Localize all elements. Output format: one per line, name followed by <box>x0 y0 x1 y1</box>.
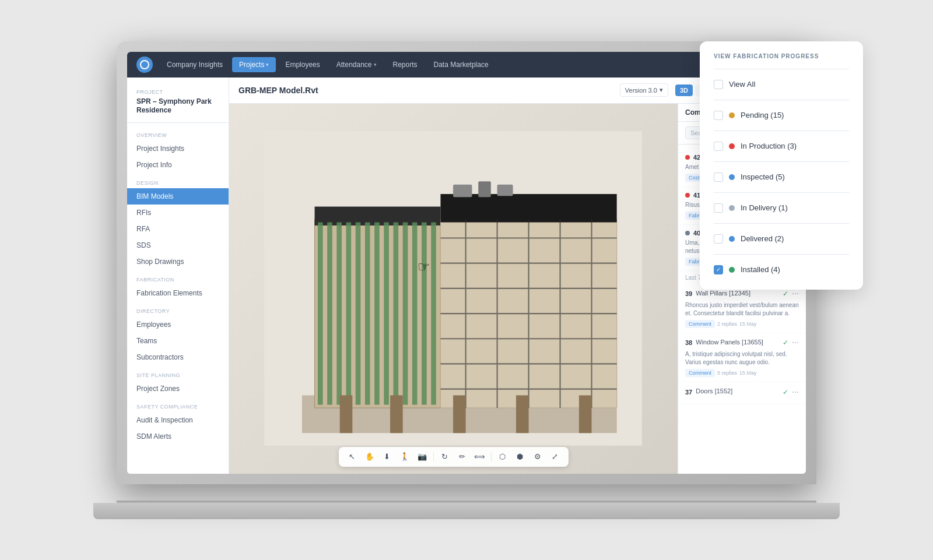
comment-dot-40 <box>685 231 690 235</box>
section-label-safety: SAFETY COMPLIANCE <box>127 399 229 412</box>
sidebar-item-project-info[interactable]: Project Info <box>127 157 229 173</box>
sidebar-item-fabrication-elements[interactable]: Fabrication Elements <box>127 285 229 301</box>
toolbar-layers-icon[interactable]: ⬢ <box>514 450 527 463</box>
view-3d-button[interactable]: 3D <box>675 84 693 96</box>
svg-rect-38 <box>516 396 529 434</box>
svg-rect-35 <box>340 396 353 434</box>
comment-num-37: 37 <box>685 389 692 396</box>
toolbar-divider-1 <box>433 452 434 462</box>
sidebar-item-sdm-alerts[interactable]: SDM Alerts <box>127 428 229 445</box>
comment-item-39[interactable]: 39 Wall Pillars [12345] ✓ ⋯ Rhoncus just… <box>678 284 806 333</box>
fab-checkbox-pending[interactable] <box>714 111 723 120</box>
comment-tag-39: Comment <box>685 320 715 328</box>
fab-item-pending[interactable]: Pending (15) <box>714 107 849 124</box>
fab-checkbox-inspected[interactable] <box>714 172 723 182</box>
svg-rect-14 <box>412 223 418 405</box>
toolbar-person-icon[interactable]: 🚶 <box>398 450 411 463</box>
svg-rect-7 <box>346 223 352 405</box>
comment-title-39: Wall Pillars [12345] <box>696 289 750 297</box>
sidebar-section-site-planning: SITE PLANNING Project Zones <box>127 368 229 397</box>
comment-date-39: 15 May <box>739 321 757 327</box>
section-label-overview: OVERVIEW <box>127 128 229 140</box>
svg-rect-10 <box>375 223 380 405</box>
nav-item-reports[interactable]: Reports <box>386 57 425 72</box>
svg-rect-6 <box>337 223 342 405</box>
toolbar-pencil-icon[interactable]: ✏ <box>456 450 469 463</box>
comment-number-line-38: 38 Window Panels [13655] ✓ ⋯ <box>685 338 799 348</box>
svg-rect-4 <box>318 223 323 405</box>
viewer-3d[interactable]: ☞ ↖ ✋ ⬇ 🚶 📷 ↻ <box>229 104 678 474</box>
divider-top <box>714 69 849 69</box>
fab-item-in-delivery[interactable]: In Delivery (1) <box>714 200 849 216</box>
comment-num-39: 39 <box>685 290 692 297</box>
sidebar-item-rfis[interactable]: RFIs <box>127 205 229 221</box>
sidebar-item-audit[interactable]: Audit & Inspection <box>127 412 229 428</box>
fab-item-view-all[interactable]: View All <box>714 76 849 93</box>
nav-item-projects[interactable]: Projects ▾ <box>232 57 276 72</box>
projects-chevron-icon: ▾ <box>266 62 269 68</box>
toolbar-fullscreen-icon[interactable]: ⤢ <box>549 450 562 463</box>
fab-checkbox-delivered[interactable] <box>714 234 723 244</box>
sidebar-item-project-insights[interactable]: Project Insights <box>127 140 229 157</box>
fab-item-in-production[interactable]: In Production (3) <box>714 138 849 154</box>
nav-item-employees[interactable]: Employees <box>278 57 327 72</box>
comment-more-39[interactable]: ⋯ <box>792 290 799 298</box>
fab-checkbox-installed[interactable] <box>714 265 723 274</box>
fab-checkbox-in-production[interactable] <box>714 142 723 151</box>
comment-more-37[interactable]: ⋯ <box>792 388 799 396</box>
sidebar-project: PROJECT SPR – Symphony Park Residence <box>127 84 229 123</box>
comment-body-39: Rhoncus justo imperdiet vest/bulum aenea… <box>685 301 799 318</box>
attendance-chevron-icon: ▾ <box>374 62 377 68</box>
version-selector[interactable]: Version 3.0 ▾ <box>620 83 668 97</box>
toolbar-zoom-icon[interactable]: ⬇ <box>381 450 394 463</box>
sidebar-item-rfa[interactable]: RFA <box>127 221 229 237</box>
sidebar-item-employees[interactable]: Employees <box>127 316 229 333</box>
section-label-design: DESIGN <box>127 175 229 188</box>
fab-checkbox-in-delivery[interactable] <box>714 203 723 213</box>
svg-rect-8 <box>356 223 361 405</box>
fab-item-inspected[interactable]: Inspected (5) <box>714 169 849 185</box>
fab-progress-card: VIEW FABRICATION PROGRESS View All Pendi… <box>700 41 863 290</box>
svg-rect-39 <box>579 396 592 434</box>
fab-label-in-production: In Production (3) <box>741 142 849 150</box>
comment-item-38[interactable]: 38 Window Panels [13655] ✓ ⋯ A, tristiqu… <box>678 333 806 382</box>
toolbar-orbit-icon[interactable]: ↻ <box>439 450 451 463</box>
section-label-fabrication: FABRICATION <box>127 272 229 285</box>
nav-item-attendance[interactable]: Attendance ▾ <box>329 57 384 72</box>
fab-dot-pending <box>729 112 735 118</box>
sidebar-item-subcontractors[interactable]: Subcontractors <box>127 349 229 365</box>
fab-item-installed[interactable]: Installed (4) <box>714 262 849 278</box>
comment-body-38: A, tristique adipiscing volutpat nisl, s… <box>685 350 799 367</box>
nav-item-company-insights[interactable]: Company Insights <box>160 57 230 72</box>
sidebar-item-shop-drawings[interactable]: Shop Drawings <box>127 253 229 270</box>
comment-dot-41 <box>685 193 690 198</box>
toolbar-pan-icon[interactable]: ✋ <box>363 450 376 463</box>
svg-rect-19 <box>441 194 617 223</box>
sidebar-section-overview: OVERVIEW Project Insights Project Info <box>127 128 229 173</box>
comment-dot-42 <box>685 155 690 160</box>
svg-rect-5 <box>328 223 333 405</box>
sidebar-item-bim-models[interactable]: BIM Models <box>127 188 229 205</box>
sidebar-item-sds[interactable]: SDS <box>127 237 229 253</box>
fab-checkbox-view-all[interactable] <box>714 80 723 89</box>
toolbar-measure-icon[interactable]: ⟺ <box>473 450 486 463</box>
sidebar-item-project-zones[interactable]: Project Zones <box>127 381 229 397</box>
sidebar-project-name: SPR – Symphony Park Residence <box>136 97 219 115</box>
app-logo <box>136 57 153 73</box>
toolbar-camera-icon[interactable]: 📷 <box>416 450 429 463</box>
divider-1 <box>714 100 849 100</box>
toolbar-connect-icon[interactable]: ⬡ <box>496 450 509 463</box>
toolbar-settings-icon[interactable]: ⚙ <box>531 450 544 463</box>
nav-item-data-marketplace[interactable]: Data Marketplace <box>427 57 496 72</box>
svg-rect-11 <box>384 223 390 405</box>
logo-inner <box>140 60 149 69</box>
comment-item-37[interactable]: 37 Doors [1552] ✓ ⋯ <box>678 382 806 404</box>
svg-rect-16 <box>432 223 437 405</box>
comment-title-37: Doors [1552] <box>696 387 732 395</box>
comment-more-38[interactable]: ⋯ <box>792 339 799 347</box>
fab-item-delivered[interactable]: Delivered (2) <box>714 231 849 247</box>
sidebar-item-teams[interactable]: Teams <box>127 333 229 349</box>
sidebar: PROJECT SPR – Symphony Park Residence OV… <box>127 78 229 474</box>
comment-date-38: 15 May <box>739 370 757 376</box>
toolbar-cursor-icon[interactable]: ↖ <box>346 450 359 463</box>
